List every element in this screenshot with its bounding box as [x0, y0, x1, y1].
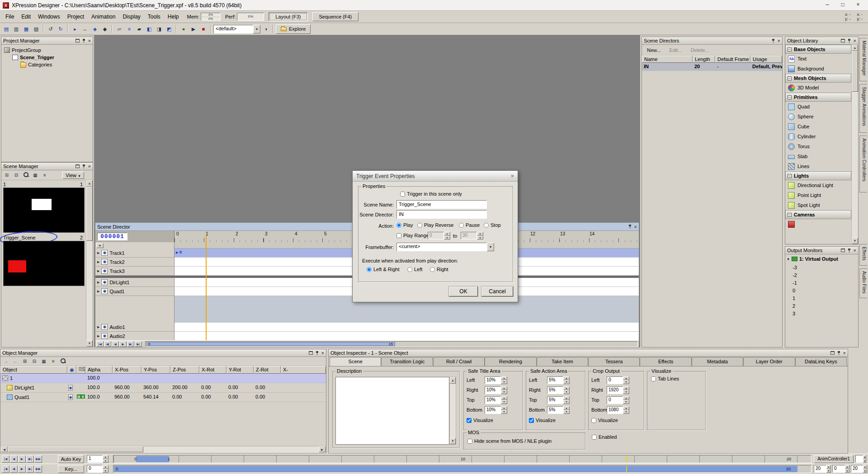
visibility-eye-icon[interactable]: ◉ — [101, 268, 108, 274]
chevron-down-icon[interactable]: ▼ — [487, 243, 494, 251]
spin-down-icon[interactable]: ▼ — [563, 400, 570, 404]
tab-transition-logic[interactable]: Transition Logic — [381, 357, 433, 366]
pin-icon[interactable] — [315, 351, 320, 356]
scroll-down-icon[interactable]: ▼ — [450, 438, 456, 444]
tree-node-categories[interactable]: Categories — [2, 61, 92, 68]
virtual-output-node[interactable]: ▼ 1: Virtual Output — [785, 254, 858, 263]
scroll-up-icon[interactable]: ▲ — [450, 377, 456, 384]
section-lights[interactable]: −Lights — [785, 171, 851, 180]
search-icon[interactable] — [59, 357, 67, 365]
library-item-cylinder[interactable]: Cylinder — [785, 131, 851, 141]
library-item-directional-light[interactable]: Directional Light — [785, 180, 851, 190]
render-icon[interactable]: ◑ — [261, 24, 270, 33]
safe-title-bottom-spinner[interactable]: 10%▲▼ — [485, 406, 507, 414]
timeline-scrollbar[interactable]: 0 15 — [145, 341, 638, 347]
close-icon[interactable]: × — [854, 248, 856, 253]
safe-action-right-spinner[interactable]: 5%▲▼ — [547, 386, 570, 394]
checkbox-input[interactable] — [651, 376, 656, 381]
monitor-offset-item[interactable]: 0 — [785, 286, 858, 294]
go-to-start-button[interactable]: |◀ — [2, 465, 9, 473]
grid-icon[interactable]: ◩ — [165, 24, 174, 33]
spin-down-icon[interactable]: ▼ — [863, 459, 866, 463]
step-forward-button[interactable]: ▶| — [127, 341, 134, 347]
timeline-playhead[interactable] — [206, 235, 207, 340]
monitor-offset-item[interactable]: 3 — [785, 310, 858, 317]
spin-up-icon[interactable]: ▲ — [103, 455, 108, 459]
spin-down-icon[interactable]: ▼ — [563, 390, 570, 394]
tab-animation-controllers[interactable]: Animation Controllers — [859, 136, 867, 192]
scrollbar-thumb[interactable]: 0 15 — [146, 342, 395, 346]
expand-icon[interactable]: ▶ — [97, 269, 99, 273]
column-header-zpos[interactable]: Z-Pos — [170, 366, 199, 374]
section-mesh-objects[interactable]: −Mesh Objects — [785, 74, 851, 83]
visibility-eye-icon[interactable]: ◉ — [68, 385, 73, 390]
pin-icon[interactable] — [847, 38, 852, 43]
checkbox-input[interactable] — [529, 418, 534, 423]
visibility-eye-icon[interactable]: ◉ — [101, 250, 108, 256]
pin-icon[interactable] — [847, 248, 852, 253]
crop-right-spinner[interactable]: 1920▲▼ — [607, 386, 629, 394]
spin-up-icon[interactable]: ▲ — [623, 386, 629, 390]
safe-action-visualize-checkbox[interactable]: Visualize — [529, 418, 556, 423]
scene-item-2-header[interactable]: Trigger_Scene 2 — [1, 235, 85, 241]
column-header-object[interactable]: Object — [0, 366, 67, 374]
scrollbar-thumb[interactable] — [8, 446, 143, 452]
library-item-torus[interactable]: Torus — [785, 141, 851, 151]
action-pause-radio[interactable]: Pause — [459, 222, 480, 228]
move-tool-icon[interactable]: ↔ — [80, 24, 90, 33]
column-header-xpos[interactable]: X-Pos — [113, 366, 142, 374]
scene-name-field[interactable]: Trigger_Scene — [396, 200, 487, 209]
radio-input[interactable] — [417, 223, 422, 228]
float-icon[interactable] — [75, 164, 80, 168]
range-bar[interactable]: 0 20 — [113, 465, 811, 473]
library-item-point-light[interactable]: Point Light — [785, 190, 851, 200]
spin-down-icon[interactable]: ▼ — [103, 469, 108, 473]
object-row-scene[interactable]: 1 100.0 — [0, 374, 326, 383]
playhead-marker[interactable] — [626, 466, 627, 472]
column-header-ypos[interactable]: Y-Pos — [142, 366, 170, 374]
expand-icon[interactable]: ▶ — [97, 334, 99, 338]
tab-scene[interactable]: Scene — [330, 357, 381, 366]
scrollbar-thumb[interactable] — [86, 187, 93, 241]
play-button[interactable]: ▶ — [18, 455, 26, 463]
pin-icon[interactable] — [836, 351, 841, 356]
indent-icon[interactable]: → — [2, 357, 10, 365]
visibility-eye-icon[interactable]: ◉ — [101, 288, 108, 294]
range-end-spinner[interactable]: 20▲▼ — [814, 465, 831, 473]
safe-action-top-spinner[interactable]: 5%▲▼ — [547, 396, 570, 404]
radio-input[interactable] — [367, 267, 372, 272]
spin-up-icon[interactable]: ▲ — [477, 232, 483, 236]
radio-input[interactable] — [407, 267, 412, 272]
column-header-visibility-eye-icon[interactable]: ◉ — [67, 366, 76, 374]
close-icon[interactable]: × — [854, 38, 856, 43]
close-button[interactable]: × — [851, 1, 865, 9]
library-item-sphere[interactable]: Sphere — [785, 112, 851, 122]
float-icon[interactable] — [75, 39, 80, 42]
play-button[interactable]: ▶ — [18, 465, 26, 473]
spin-down-icon[interactable]: ▼ — [826, 469, 831, 473]
rotate-tool-icon[interactable]: ◈ — [90, 24, 99, 33]
section-primitives[interactable]: −Primitives — [785, 93, 851, 102]
pin-icon[interactable] — [771, 38, 776, 43]
close-icon[interactable]: × — [88, 38, 91, 43]
menu-file[interactable]: File — [2, 12, 18, 22]
close-icon[interactable]: × — [88, 164, 91, 169]
pin-icon[interactable] — [627, 224, 632, 229]
column-header-default-frame[interactable]: Default Frame — [715, 56, 750, 63]
spin-up-icon[interactable]: ▲ — [563, 386, 570, 390]
ok-button[interactable]: OK — [449, 286, 478, 296]
loop-end-spinner[interactable]: 20▲▼ — [851, 465, 867, 473]
hide-from-mos-checkbox[interactable]: Hide scene from MOS / NLE plugin — [467, 438, 552, 444]
checkbox-input[interactable] — [592, 435, 597, 440]
library-item-camera-clipped[interactable] — [785, 219, 851, 229]
column-header-length[interactable]: Length — [693, 56, 715, 63]
current-frame-spinner[interactable]: 1▲▼ — [87, 455, 108, 463]
crop-left-spinner[interactable]: 0▲▼ — [607, 376, 629, 384]
crop-bottom-spinner[interactable]: 1080▲▼ — [607, 406, 629, 414]
scene-1-thumbnail[interactable] — [3, 188, 85, 233]
scene-2-thumbnail[interactable] — [3, 241, 85, 286]
spin-down-icon[interactable]: ▼ — [501, 400, 507, 404]
spin-up-icon[interactable]: ▲ — [845, 465, 849, 469]
play-reverse-button[interactable]: ◀ — [112, 341, 119, 347]
collapse-icon[interactable]: − — [788, 174, 792, 178]
